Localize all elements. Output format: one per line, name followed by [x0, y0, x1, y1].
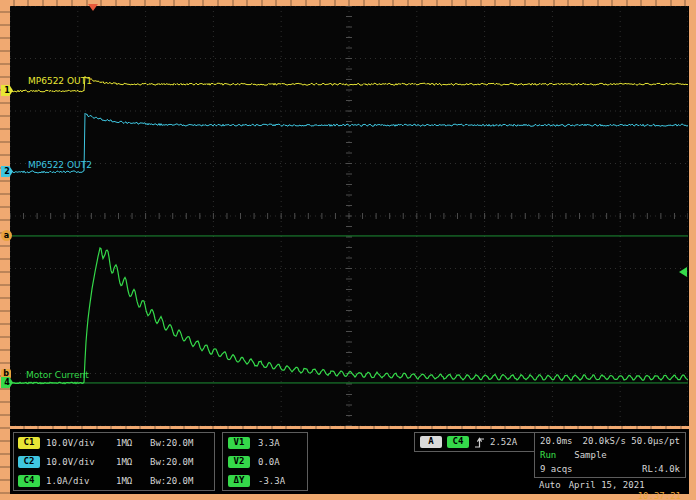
trigger-mode-badge[interactable]: A	[420, 436, 442, 448]
trigger-level-value: 2.52A	[490, 437, 517, 447]
horizontal-row: 20.0ms 20.0kS/s 50.0µs/pt	[535, 434, 685, 448]
bezel-top	[0, 0, 696, 6]
rising-edge-icon	[474, 436, 485, 449]
trigger-auto-mode: Auto	[539, 480, 561, 490]
trace-label-ch1: MP6522 OUT1	[28, 76, 92, 86]
cursor-value-v1: 3.3A	[258, 438, 280, 448]
acquisition-count-row: 9 acqs RL:4.0k	[535, 462, 685, 476]
acquisition-count: 9 acqs	[540, 464, 573, 474]
graticule-grid	[10, 6, 688, 426]
oscilloscope-screen: MP6522 OUT1 MP6522 OUT2 Motor Current 1 …	[0, 0, 696, 500]
cursor-badge-v1[interactable]: V1	[228, 437, 250, 449]
record-length: RL:4.0k	[642, 464, 680, 474]
run-state: Run	[540, 450, 556, 460]
channel-coupling-c2: 1MΩ	[116, 457, 144, 467]
trace-label-ch4: Motor Current	[26, 370, 89, 380]
cursor-value-v2: 0.0A	[258, 457, 280, 467]
channel-coupling-c1: 1MΩ	[116, 438, 144, 448]
channel-row-c4[interactable]: C4 1.0A/div 1MΩ Bw:20.0M	[14, 471, 214, 490]
acquisition-mode: Sample	[574, 450, 607, 460]
cursor-row-v1: V1 3.3A	[223, 433, 307, 452]
waveform-display	[10, 6, 688, 426]
graticule-area[interactable]: MP6522 OUT1 MP6522 OUT2 Motor Current	[10, 6, 688, 426]
channel-badge-c1[interactable]: C1	[18, 437, 40, 449]
cursor-value-dy: -3.3A	[258, 476, 285, 486]
trigger-position-marker[interactable]	[88, 4, 98, 11]
datetime-readout: Auto April 15, 2021 10:37:21	[534, 479, 686, 500]
horizontal-acquisition-panel[interactable]: 20.0ms 20.0kS/s 50.0µs/pt Run Sample 9 a…	[534, 432, 686, 478]
trigger-readout-panel[interactable]: A C4 2.52A	[414, 432, 540, 452]
acquisition-state-row: Run Sample	[535, 448, 685, 462]
time-value: 10:37:21	[534, 491, 686, 500]
trace-label-ch2: MP6522 OUT2	[28, 160, 92, 170]
cursor-badge-v2[interactable]: V2	[228, 456, 250, 468]
cursor-a-marker[interactable]: a	[1, 230, 12, 241]
date-value: April 15, 2021	[569, 480, 645, 490]
resolution-value: 50.0µs/pt	[631, 436, 680, 446]
channel-scale-c4: 1.0A/div	[46, 476, 104, 486]
bezel-left	[0, 0, 10, 500]
channel-row-c2[interactable]: C2 10.0V/div 1MΩ Bw:20.0M	[14, 452, 214, 471]
sample-rate-value: 20.0kS/s	[583, 436, 626, 446]
cursor-row-v2: V2 0.0A	[223, 452, 307, 471]
channel-settings-panel[interactable]: C1 10.0V/div 1MΩ Bw:20.0M C2 10.0V/div 1…	[13, 432, 215, 491]
channel-scale-c1: 10.0V/div	[46, 438, 104, 448]
trigger-level-arrow[interactable]	[679, 267, 687, 277]
channel-row-c1[interactable]: C1 10.0V/div 1MΩ Bw:20.0M	[14, 433, 214, 452]
cursor-badge-dy[interactable]: ΔY	[228, 475, 250, 487]
channel-coupling-c4: 1MΩ	[116, 476, 144, 486]
channel-bandwidth-c1: Bw:20.0M	[150, 438, 193, 448]
channel-scale-c2: 10.0V/div	[46, 457, 104, 467]
bezel-right	[689, 0, 696, 500]
trigger-source-badge[interactable]: C4	[447, 436, 469, 448]
timebase-value: 20.0ms	[540, 436, 573, 446]
cursor-row-dy: ΔY -3.3A	[223, 471, 307, 490]
channel-bandwidth-c4: Bw:20.0M	[150, 476, 193, 486]
channel-badge-c2[interactable]: C2	[18, 456, 40, 468]
cursor-readout-panel[interactable]: V1 3.3A V2 0.0A ΔY -3.3A	[222, 432, 308, 491]
channel-badge-c4[interactable]: C4	[18, 475, 40, 487]
channel-bandwidth-c2: Bw:20.0M	[150, 457, 193, 467]
status-bar: C1 10.0V/div 1MΩ Bw:20.0M C2 10.0V/div 1…	[10, 429, 688, 494]
